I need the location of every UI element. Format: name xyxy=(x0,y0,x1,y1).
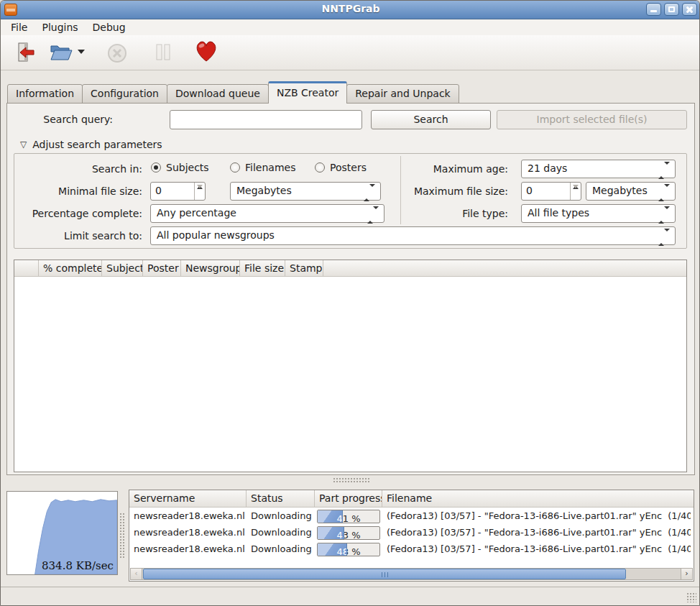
limit-search-to-select[interactable]: All popular newsgroups xyxy=(150,226,676,245)
downloads-header-row: Servername Status Part progress Filename xyxy=(129,490,694,508)
speed-label: 834.8 KB/sec xyxy=(42,559,114,572)
speed-graph: 834.8 KB/sec xyxy=(6,491,118,575)
vertical-splitter-handle[interactable] xyxy=(120,513,125,559)
servername-cell: newsreader18.eweka.nl xyxy=(134,527,247,538)
results-col-subject[interactable]: Subject xyxy=(102,260,143,277)
search-query-input[interactable] xyxy=(170,110,362,129)
combo-arrows-icon xyxy=(658,231,670,243)
minimal-file-size-spinner[interactable]: 0 xyxy=(150,182,206,201)
radio-button-icon xyxy=(315,162,325,173)
menu-bar: File Plugins Debug xyxy=(1,19,700,35)
combo-arrows-icon xyxy=(658,187,670,198)
results-col-stamp[interactable]: Stamp xyxy=(285,260,323,277)
titlebar[interactable]: NNTPGrab xyxy=(1,1,700,19)
spinner-buttons[interactable] xyxy=(194,183,205,200)
downloads-col-servername[interactable]: Servername xyxy=(129,490,247,508)
maximize-button[interactable] xyxy=(664,3,679,16)
maximum-file-size-unit-select[interactable]: Megabytes xyxy=(586,182,676,201)
file-type-label: File type: xyxy=(359,206,508,221)
results-col-selector[interactable] xyxy=(14,260,39,277)
radio-button-icon xyxy=(230,162,240,173)
menu-plugins[interactable]: Plugins xyxy=(34,20,85,35)
status-cell: Downloading xyxy=(251,510,314,521)
filename-cell: (Fedora13) [03/57] - "Fedora-13-i686-Liv… xyxy=(387,527,691,538)
downloads-col-status[interactable]: Status xyxy=(247,490,315,508)
file-type-select[interactable]: All file types xyxy=(521,204,676,223)
combo-arrows-icon xyxy=(658,209,670,221)
quit-button[interactable] xyxy=(14,41,37,64)
menu-debug[interactable]: Debug xyxy=(86,20,133,35)
maximum-age-label: Maximum age: xyxy=(359,162,508,176)
search-button[interactable]: Search xyxy=(371,110,491,129)
radio-filenames-label: Filenames xyxy=(245,162,295,173)
expander-open-icon: ▽ xyxy=(20,139,27,150)
close-button[interactable] xyxy=(682,3,697,16)
downloads-table: Servername Status Part progress Filename… xyxy=(129,490,694,582)
minimize-button[interactable] xyxy=(646,3,661,16)
expander-label: Adjust search parameters xyxy=(32,139,162,150)
toolbar xyxy=(1,35,700,70)
search-query-label: Search query: xyxy=(12,114,113,128)
scroll-left-button[interactable]: ‹ xyxy=(131,569,142,579)
open-button[interactable] xyxy=(48,41,73,63)
downloads-col-part-progress[interactable]: Part progress xyxy=(315,490,382,508)
download-row[interactable]: newsreader18.eweka.nl Downloading 43 % 4… xyxy=(129,525,694,541)
adjust-search-parameters-expander[interactable]: ▽ Adjust search parameters xyxy=(20,139,162,150)
maximum-file-size-unit: Megabytes xyxy=(592,185,648,196)
tab-information[interactable]: Information xyxy=(7,84,83,104)
results-col-poster[interactable]: Poster xyxy=(143,260,181,277)
results-col-percent-complete[interactable]: % complete xyxy=(39,260,102,277)
part-progress-bar: 48 % 48 % xyxy=(317,543,380,556)
download-row[interactable]: newsreader18.eweka.nl Downloading 48 % 4… xyxy=(129,541,694,558)
cancel-button[interactable] xyxy=(107,43,127,63)
maximum-file-size-value: 0 xyxy=(526,185,533,196)
percentage-complete-label: Percentage complete: xyxy=(14,206,142,221)
radio-subjects-label: Subjects xyxy=(166,162,209,173)
download-row[interactable]: newsreader18.eweka.nl Downloading 41 % 4… xyxy=(129,508,694,525)
minimal-file-size-unit: Megabytes xyxy=(236,185,292,196)
minimal-file-size-value: 0 xyxy=(155,185,162,196)
maximum-age-value: 21 days xyxy=(528,162,567,174)
status-cell: Downloading xyxy=(251,543,314,554)
minimal-file-size-label: Minimal file size: xyxy=(14,184,142,198)
search-parameters-frame: Search in: Subjects Filenames Posters Ma… xyxy=(14,153,687,249)
import-selected-files-button[interactable]: Import selected file(s) xyxy=(497,110,687,129)
radio-subjects[interactable]: Subjects xyxy=(151,162,209,173)
part-progress-bar: 43 % 43 % xyxy=(317,526,380,540)
open-menu-chevron-icon[interactable] xyxy=(77,49,86,55)
tab-repair-and-unpack[interactable]: Repair and Unpack xyxy=(346,84,459,104)
radio-button-icon xyxy=(151,162,161,173)
tab-configuration[interactable]: Configuration xyxy=(82,84,167,104)
combo-arrows-icon xyxy=(658,165,670,176)
maximum-file-size-spinner[interactable]: 0 xyxy=(521,182,581,201)
part-progress-bar: 41 % 41 % xyxy=(317,510,380,523)
pause-button[interactable] xyxy=(155,43,172,62)
servername-cell: newsreader18.eweka.nl xyxy=(134,543,247,554)
results-header-row: % complete Subject Poster Newsgroup File… xyxy=(14,260,686,277)
horizontal-splitter-handle[interactable] xyxy=(333,478,369,483)
radio-filenames[interactable]: Filenames xyxy=(230,162,295,173)
resize-grip[interactable] xyxy=(687,593,696,602)
downloads-col-filename[interactable]: Filename xyxy=(382,490,694,508)
minimal-file-size-unit-select[interactable]: Megabytes xyxy=(230,182,381,201)
status-cell: Downloading xyxy=(251,527,314,538)
filename-cell: (Fedora13) [03/57] - "Fedora-13-i686-Liv… xyxy=(387,543,691,554)
percentage-complete-select[interactable]: Any percentage xyxy=(150,204,384,223)
results-col-file-size[interactable]: File size xyxy=(240,260,285,277)
scrollbar-grip-icon xyxy=(382,572,388,577)
donate-heart-button[interactable] xyxy=(193,39,219,63)
maximum-age-select[interactable]: 21 days xyxy=(521,160,676,178)
menu-file[interactable]: File xyxy=(4,20,34,35)
file-type-value: All file types xyxy=(528,207,589,219)
filename-cell: (Fedora13) [03/57] - "Fedora-13-i686-Liv… xyxy=(387,510,691,521)
limit-search-to-value: All popular newsgroups xyxy=(157,229,275,241)
limit-search-to-label: Limit search to: xyxy=(14,229,142,243)
horizontal-scrollbar[interactable]: ‹ › xyxy=(130,568,693,580)
scrollbar-thumb[interactable] xyxy=(143,569,626,579)
tab-nzb-creator[interactable]: NZB Creator xyxy=(268,81,347,104)
spinner-buttons[interactable] xyxy=(570,183,581,200)
scroll-right-button[interactable]: › xyxy=(681,569,692,579)
search-results-table: % complete Subject Poster Newsgroup File… xyxy=(14,260,687,472)
tab-download-queue[interactable]: Download queue xyxy=(167,84,269,104)
results-col-newsgroup[interactable]: Newsgroup xyxy=(181,260,240,277)
